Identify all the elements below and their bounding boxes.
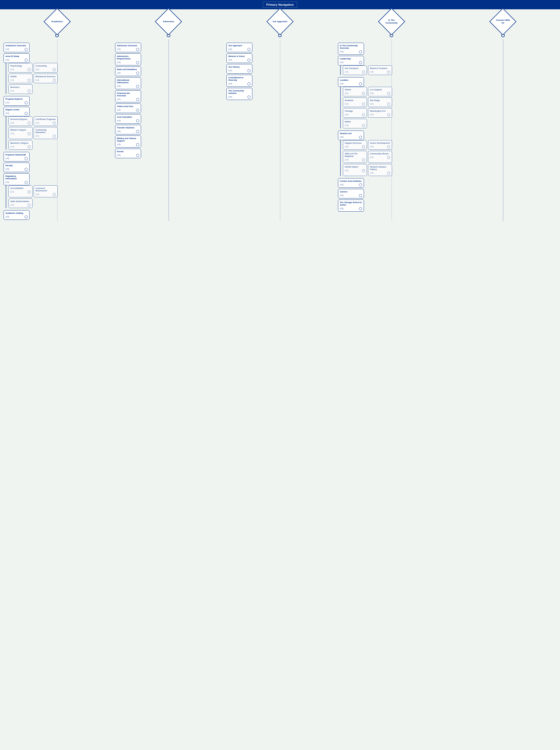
- node-card[interactable]: Certificate Programs (U2): [34, 116, 58, 126]
- node-card[interactable]: Global Impact (U5): [343, 164, 367, 176]
- node-card[interactable]: Degree Levels (U2): [3, 107, 29, 116]
- node-card[interactable]: Academic Catalog (U5): [3, 210, 29, 220]
- node-card[interactable]: Military and Veteran Support (U5): [115, 136, 141, 147]
- card-meta: (U5): [370, 156, 374, 158]
- list-item: Commitment to Diversity (U4): [226, 75, 334, 87]
- node-card[interactable]: Events (U5): [115, 149, 141, 158]
- node-card[interactable]: Centers And Institutes (U5): [338, 178, 364, 188]
- card-title: Prepared #thatsCOM: [5, 154, 28, 156]
- card-title: International Admissions: [117, 79, 139, 84]
- diamond-shape[interactable]: Admission: [159, 12, 178, 31]
- node-card[interactable]: Our History (U4): [226, 64, 252, 74]
- node-card[interactable]: Business (U2): [8, 84, 33, 94]
- node-card[interactable]: Prepared #thatsCOM (U5): [3, 152, 29, 161]
- node-card[interactable]: Commitment to Diversity (U4): [226, 75, 252, 87]
- node-card[interactable]: Careers (U5): [338, 189, 364, 198]
- node-card[interactable]: Dallas (U5): [343, 119, 367, 129]
- node-card[interactable]: Master's Degree (U2): [8, 127, 33, 139]
- node-card[interactable]: Board of Trustees (U5): [368, 65, 392, 75]
- node-card[interactable]: Transfer Students (U5): [115, 125, 141, 134]
- node-card[interactable]: Financial Aid Overview (U5): [115, 90, 141, 102]
- card-circle: [53, 135, 56, 138]
- list-item: Careers (U5): [338, 189, 445, 198]
- diamond-label: Admission: [160, 20, 177, 23]
- card-meta: (U5): [345, 170, 349, 171]
- card-title: Tuition And Fees: [117, 105, 139, 107]
- card-circle: [362, 158, 365, 161]
- node-card[interactable]: Student Campus Gallery (U5): [368, 164, 392, 176]
- diamond-shape[interactable]: Our Approach: [270, 12, 290, 31]
- list-item: Events (U5): [115, 149, 222, 158]
- node-card[interactable]: The Chicago School In Action (U5): [338, 200, 364, 212]
- column-items-admission: Admission Overview (U2) Admissions Requi…: [114, 43, 223, 159]
- node-card[interactable]: Los Angeles (U5): [368, 87, 392, 96]
- card-circle: [136, 143, 139, 146]
- diamond-shape[interactable]: Connect With Us: [493, 12, 513, 31]
- node-card[interactable]: In The Community Overview (U5): [338, 43, 364, 55]
- node-card[interactable]: Admissions Requirements (U2): [115, 53, 141, 65]
- node-card[interactable]: Office Of The Registrar (U5): [343, 151, 367, 163]
- node-card[interactable]: Continuing Education (U2): [34, 127, 58, 139]
- node-card[interactable]: State Authorization (U2): [8, 198, 33, 208]
- node-card[interactable]: Leadership (U5): [338, 56, 364, 65]
- node-card[interactable]: Admission Overview (U2): [115, 43, 141, 52]
- diamond-shape[interactable]: In The Community: [382, 12, 401, 31]
- node-card[interactable]: Academics Overview (U2): [3, 43, 29, 52]
- card-title: Centers And Institutes: [340, 180, 362, 182]
- node-card[interactable]: Bachelor's Degree (U2): [8, 140, 33, 150]
- node-card[interactable]: Counseling (U2): [34, 63, 58, 73]
- node-card[interactable]: Health (U2): [8, 74, 33, 83]
- card-title: Admissions Requirements: [117, 55, 139, 60]
- card-circle: [136, 119, 139, 122]
- node-card[interactable]: Support Services (U5): [343, 140, 367, 150]
- diamond-label: Academics: [49, 20, 65, 23]
- node-card[interactable]: Community Stories (U5): [368, 151, 392, 163]
- node-card[interactable]: Regulatory Information (U2): [3, 173, 29, 185]
- node-card[interactable]: Program Explorer (U2): [3, 96, 29, 106]
- sub-group: Online (U5) Los Angeles (U5) Anaheim (U5…: [340, 87, 445, 129]
- node-card[interactable]: Psychology (U2): [8, 63, 33, 73]
- card-circle: [53, 121, 56, 124]
- node-card[interactable]: Our President (U5): [343, 65, 367, 75]
- list-item: Leadership (U5) Our President (U5) Board…: [338, 56, 445, 76]
- node-card[interactable]: Area Of Study (U2): [3, 53, 29, 63]
- column-line: [503, 39, 503, 221]
- node-card[interactable]: Tuition And Fees (U2): [115, 103, 141, 113]
- node-card[interactable]: International Admissions (U5): [115, 77, 141, 89]
- column-connect: Connect With Us: [447, 12, 559, 221]
- card-title: Military and Veteran Support: [117, 137, 139, 142]
- card-meta: (U5): [370, 92, 374, 94]
- column-header-connect: Connect With Us: [493, 12, 513, 39]
- node-card[interactable]: The Community Solution (U4): [226, 88, 252, 100]
- node-card[interactable]: Chicago (U5): [343, 108, 367, 118]
- node-card[interactable]: Faculty (U5): [3, 163, 29, 172]
- node-card[interactable]: Dates and Deadlines (U5): [115, 66, 141, 76]
- node-card[interactable]: Behavioral Sciences (U2): [34, 74, 58, 83]
- diamond-shape[interactable]: Academics: [47, 12, 67, 31]
- item-row: Doctoral Degrees (U2) Certificate Progra…: [8, 116, 111, 126]
- card-circle: [53, 68, 56, 71]
- node-card[interactable]: Location (U5): [338, 77, 364, 87]
- node-card[interactable]: Career Development (U5): [368, 140, 392, 150]
- node-card[interactable]: Cost Calculator (U2): [115, 114, 141, 124]
- node-card[interactable]: Mission & Vision (U4): [226, 53, 252, 63]
- node-card[interactable]: Student Life (U5): [338, 131, 364, 140]
- card-meta: (U5): [345, 114, 349, 116]
- card-title: In The Community Overview: [340, 44, 362, 49]
- card-circle: [362, 124, 365, 127]
- node-card[interactable]: Online (U5): [343, 87, 367, 96]
- node-card[interactable]: San Diego (U5): [368, 97, 392, 107]
- node-card[interactable]: Anaheim (U5): [343, 97, 367, 107]
- card-title: Our Approach: [228, 44, 250, 47]
- node-card[interactable]: Licensure Disclosures (U2): [34, 185, 58, 197]
- card-circle: [362, 169, 365, 172]
- card-circle: [362, 103, 365, 106]
- node-card[interactable]: Doctoral Degrees (U2): [8, 116, 33, 126]
- list-item: Mission & Vision (U4): [226, 53, 334, 63]
- card-meta: (U5): [370, 114, 374, 116]
- node-card[interactable]: Accreditation (U2): [8, 185, 33, 197]
- card-title: Behavioral Sciences: [36, 75, 56, 78]
- node-card[interactable]: Our Approach (U4): [226, 43, 252, 52]
- node-card[interactable]: Washington D.C. (U5): [368, 108, 392, 118]
- card-circle: [359, 82, 362, 85]
